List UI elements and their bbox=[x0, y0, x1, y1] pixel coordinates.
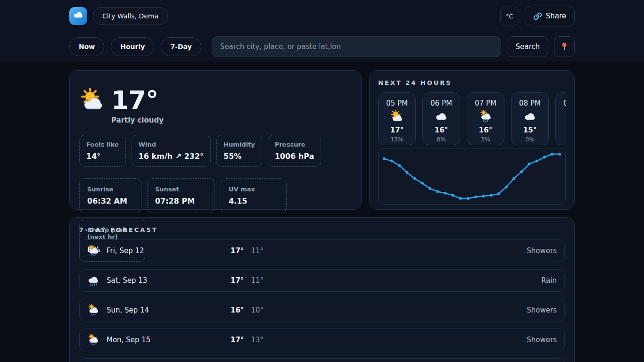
day-high-temp: 17° bbox=[231, 247, 244, 255]
stat-pressure: Pressure 1006 hPa bbox=[268, 135, 322, 167]
hourly-strip[interactable]: 05 PM 17° 15% 06 PM 16° 8% 07 PM bbox=[378, 92, 566, 145]
forecast-row-mon[interactable]: Mon, Sep 15 17° 13° Showers bbox=[79, 329, 565, 351]
link-icon bbox=[533, 12, 542, 21]
cloud-logo-icon bbox=[73, 9, 84, 23]
tab-7day-label: 7-Day bbox=[170, 43, 191, 50]
stat-label: Sunrise bbox=[87, 186, 133, 193]
tab-now[interactable]: Now bbox=[69, 37, 104, 56]
stat-uv-max: UV max 4.15 bbox=[221, 178, 287, 213]
hour-card-08pm[interactable]: 08 PM 15° 0% bbox=[511, 92, 549, 145]
hour-weather-icon bbox=[523, 110, 537, 123]
hour-temp: 15° bbox=[558, 126, 566, 134]
unit-toggle-button[interactable]: °C bbox=[500, 7, 519, 25]
day-low-temp: 11° bbox=[251, 276, 264, 285]
hour-card-05pm[interactable]: 05 PM 17° 15% bbox=[378, 92, 416, 145]
temperature-trend-chart bbox=[379, 148, 565, 204]
stat-value: 1006 hPa bbox=[275, 152, 314, 161]
hour-card-06pm[interactable]: 06 PM 16° 8% bbox=[422, 92, 460, 145]
day-high-temp: 16° bbox=[231, 306, 244, 314]
stat-label: Feels like bbox=[86, 141, 119, 148]
day-label: Sun, Sep 14 bbox=[107, 306, 149, 314]
hour-weather-icon bbox=[479, 110, 492, 123]
day-weather-icon bbox=[87, 304, 99, 316]
geolocate-button[interactable] bbox=[554, 36, 575, 57]
day-condition: Showers bbox=[527, 247, 557, 255]
round-pushpin-icon bbox=[560, 42, 569, 51]
current-temperature: 17° bbox=[111, 88, 158, 113]
hour-weather-icon bbox=[435, 110, 448, 123]
location-chip[interactable]: City Walls, Dema bbox=[93, 7, 168, 25]
day-label: Mon, Sep 15 bbox=[107, 336, 150, 344]
hour-time: 09 PM bbox=[558, 99, 566, 107]
day-low-temp: 10° bbox=[251, 306, 264, 314]
hour-time: 05 PM bbox=[380, 99, 413, 107]
forecast-row-sun[interactable]: Sun, Sep 14 16° 10° Showers bbox=[79, 299, 565, 321]
stat-wind: Wind 16 km/h ↗ 232° bbox=[132, 135, 211, 167]
unit-label: °C bbox=[506, 13, 513, 20]
day-low-temp: 11° bbox=[251, 247, 264, 255]
hour-temp: 16° bbox=[425, 126, 458, 134]
day-high-temp: 17° bbox=[231, 336, 244, 344]
current-condition: Partly cloudy bbox=[111, 116, 352, 124]
stat-value: 4.15 bbox=[229, 197, 279, 206]
hour-temp: 17° bbox=[380, 126, 413, 134]
share-label: Share bbox=[546, 12, 566, 20]
stat-value: 16 km/h ↗ 232° bbox=[139, 152, 204, 161]
next-24-hours-title: NEXT 24 HOURS bbox=[378, 79, 566, 86]
stat-value: 06:32 AM bbox=[87, 197, 133, 206]
hour-card-09pm[interactable]: 09 PM 15° 0% bbox=[555, 92, 566, 145]
tab-hourly[interactable]: Hourly bbox=[111, 37, 154, 56]
next-24-hours-panel: NEXT 24 HOURS 05 PM 17° 15% 06 PM 16° 8% bbox=[369, 70, 575, 210]
day-condition: Rain bbox=[541, 276, 557, 285]
temperature-chart-box bbox=[378, 148, 566, 205]
share-button[interactable]: Share bbox=[525, 6, 575, 26]
hour-weather-icon bbox=[390, 110, 404, 123]
day-label: Fri, Sep 12 bbox=[107, 247, 144, 255]
tab-7day[interactable]: 7-Day bbox=[161, 37, 201, 56]
stat-label: Humidity bbox=[223, 141, 255, 148]
day-weather-icon bbox=[87, 274, 99, 287]
hour-precip: 8% bbox=[425, 136, 458, 143]
search-input[interactable] bbox=[212, 36, 502, 57]
hour-time: 06 PM bbox=[425, 99, 458, 107]
stat-label: Pressure bbox=[275, 141, 314, 148]
current-weather-icon bbox=[80, 88, 105, 113]
day-weather-icon bbox=[87, 245, 99, 257]
current-conditions-card: 17° Partly cloudy Feels like 14° Wind 16… bbox=[69, 70, 362, 210]
day-condition: Showers bbox=[527, 306, 557, 314]
search-button[interactable]: Search bbox=[507, 36, 548, 57]
hour-precip: 0% bbox=[558, 136, 566, 143]
day-condition: Showers bbox=[527, 336, 557, 344]
tab-hourly-label: Hourly bbox=[120, 43, 145, 50]
forecast-row-partial[interactable] bbox=[79, 358, 565, 362]
day-low-temp: 13° bbox=[251, 336, 264, 344]
hour-precip: 15% bbox=[380, 136, 413, 143]
day-label: Sat, Sep 13 bbox=[107, 276, 147, 285]
search-button-label: Search bbox=[515, 42, 540, 51]
current-stats: Feels like 14° Wind 16 km/h ↗ 232° Humid… bbox=[79, 135, 352, 262]
stat-sunrise: Sunrise 06:32 AM bbox=[79, 178, 141, 213]
day-weather-icon bbox=[87, 334, 99, 346]
forecast-row-sat[interactable]: Sat, Sep 13 17° 11° Rain bbox=[79, 269, 565, 292]
tab-now-label: Now bbox=[79, 43, 95, 50]
day-high-temp: 17° bbox=[231, 276, 244, 285]
location-label: City Walls, Dema bbox=[102, 12, 158, 20]
stat-label: Wind bbox=[139, 141, 204, 148]
stat-sunset: Sunset 07:28 PM bbox=[147, 178, 215, 213]
stat-label: Sunset bbox=[155, 186, 207, 193]
hour-temp: 15° bbox=[513, 126, 546, 134]
hour-time: 07 PM bbox=[469, 99, 502, 107]
hour-precip: 0% bbox=[513, 136, 546, 143]
stat-value: 55% bbox=[223, 152, 255, 161]
stat-label: UV max bbox=[229, 186, 279, 193]
stat-value: 07:28 PM bbox=[155, 197, 207, 206]
hour-time: 08 PM bbox=[513, 99, 546, 107]
hour-temp: 16° bbox=[469, 126, 502, 134]
top-bar: City Walls, Dema °C Share bbox=[69, 6, 575, 26]
app-logo bbox=[69, 7, 87, 25]
stat-value: 14° bbox=[86, 152, 119, 161]
hour-card-07pm[interactable]: 07 PM 16° 3% bbox=[467, 92, 504, 145]
stat-humidity: Humidity 55% bbox=[216, 135, 262, 167]
app-header: City Walls, Dema °C Share Now bbox=[0, 0, 644, 62]
hour-precip: 3% bbox=[469, 136, 502, 143]
